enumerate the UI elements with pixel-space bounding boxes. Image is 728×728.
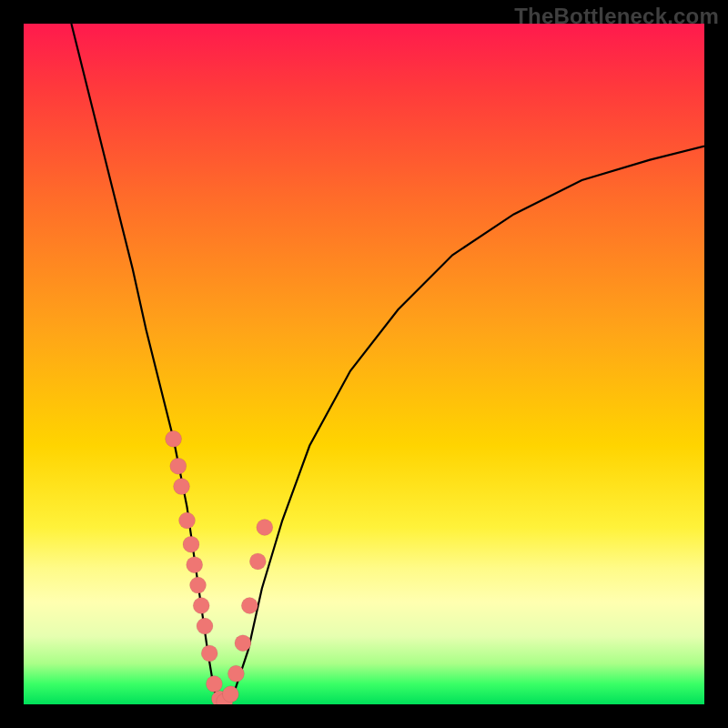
chart-layer [71, 24, 704, 704]
data-point [257, 520, 273, 536]
data-point [241, 598, 258, 614]
data-point [179, 512, 196, 529]
data-point [187, 557, 203, 573]
data-point [190, 577, 207, 593]
data-point [197, 618, 213, 634]
watermark-text: TheBottleneck.com [514, 4, 719, 29]
data-point [193, 598, 209, 614]
data-point [174, 479, 190, 495]
chart-plot-area [24, 24, 704, 704]
data-point [206, 676, 222, 693]
data-point [235, 635, 251, 652]
data-point [166, 430, 182, 447]
data-point [228, 665, 244, 682]
data-point [201, 645, 217, 662]
bottleneck-curve [71, 24, 704, 704]
data-point [170, 458, 187, 474]
data-point [249, 553, 266, 570]
data-point [183, 536, 199, 552]
data-point [222, 686, 238, 703]
bottleneck-chart-svg [24, 24, 704, 704]
